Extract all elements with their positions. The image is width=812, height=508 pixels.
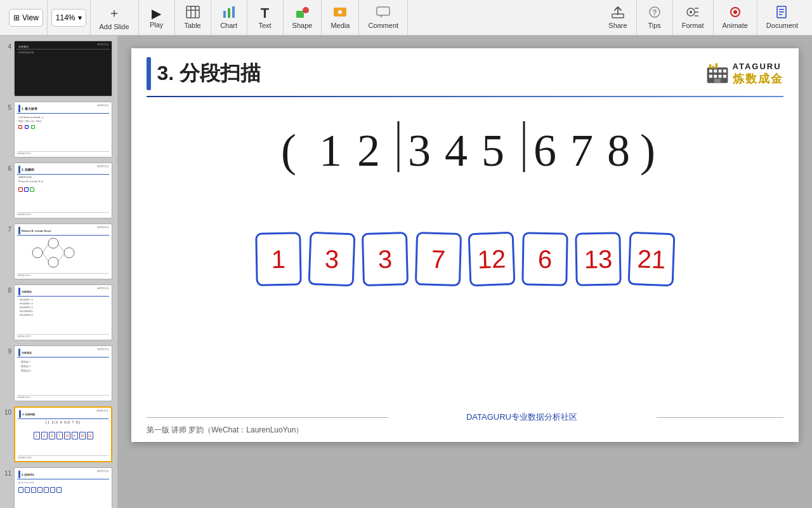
- slide-item-10[interactable]: 10 ■炼数成金 3. 分段扫描 (1 2|3 4 5|6 7 8) 1 3: [0, 404, 117, 465]
- chart-label: Chart: [220, 22, 237, 29]
- slide6-divider: [17, 174, 109, 175]
- media-button[interactable]: Media: [325, 3, 355, 32]
- box-13: 13: [575, 232, 621, 286]
- slide-thumb-5[interactable]: ■炼数成金 1. 暴力枚举 1,2,8 Items, {c,d,head,...…: [14, 102, 112, 157]
- add-slide-group: ＋ Add Slide: [91, 0, 139, 35]
- slide11-divider: [17, 479, 109, 479]
- svg-line-31: [43, 244, 48, 253]
- main-area: 4 分析算法 代码内容区域... ■炼数成金 5 ■炼数成金: [0, 36, 812, 508]
- box-3a: 3: [308, 232, 355, 286]
- slide-thumb-11[interactable]: ■炼数成金 4. 总结对比 (z | y v r | c s t) □ □ □ …: [14, 467, 112, 508]
- play-button[interactable]: ▶ Play: [143, 3, 171, 32]
- slide-num-8: 8: [1, 284, 11, 294]
- slide-item-9[interactable]: 9 ■炼数成金 分析优化 · 优化点一 · 优化点二 · 优化点三 DATAGU…: [0, 343, 117, 404]
- slide-item-7[interactable]: 7 ■炼数成金 Reduce B, c,head, Score: [0, 221, 117, 282]
- animate-button[interactable]: Animate: [717, 3, 753, 32]
- svg-rect-7: [296, 11, 304, 18]
- slide7-divider: [17, 235, 109, 236]
- slide-title: 3. 分段扫描: [157, 60, 261, 88]
- comment-button[interactable]: Comment: [363, 3, 403, 32]
- slide-thumb-7[interactable]: ■炼数成金 Reduce B, c,head, Score: [14, 224, 112, 279]
- format-button[interactable]: Format: [677, 3, 709, 32]
- document-icon: [775, 6, 789, 20]
- footer-line-left: [147, 417, 388, 418]
- share-icon: [611, 6, 625, 20]
- tips-button[interactable]: ? Tips: [641, 3, 669, 32]
- slide-thumb-6[interactable]: ■炼数成金 2. 前缀和 前缀和算法说明 Reduce B, {c,head},…: [14, 163, 112, 218]
- slide11-logo: ■炼数成金: [98, 469, 109, 472]
- zoom-value: 114%: [56, 13, 75, 22]
- slide-num-5: 5: [1, 102, 11, 111]
- svg-line-34: [58, 254, 64, 261]
- slide-item-8[interactable]: 8 ■炼数成金 分析结论 · 算法说明第一点 · 算法说明第二点 · 算法说明第…: [0, 282, 117, 343]
- toolbar: ⊞ View 114% ▾ ＋ Add Slide ▶ Play Table: [0, 0, 812, 36]
- slide-item-6[interactable]: 6 ■炼数成金 2. 前缀和 前缀和算法说明 Reduce B, {c,head…: [0, 160, 117, 221]
- slide-thumb-8[interactable]: ■炼数成金 分析结论 · 算法说明第一点 · 算法说明第二点 · 算法说明第三点…: [14, 284, 112, 340]
- view-toggle[interactable]: ⊞ View: [9, 9, 43, 27]
- svg-rect-36: [709, 69, 712, 72]
- svg-rect-42: [718, 75, 721, 78]
- svg-rect-44: [714, 79, 721, 83]
- svg-rect-25: [779, 11, 784, 13]
- share-button[interactable]: Share: [603, 3, 632, 32]
- svg-rect-6: [232, 6, 235, 18]
- slide-panel: 4 分析算法 代码内容区域... ■炼数成金 5 ■炼数成金: [0, 36, 117, 508]
- slide10-logo: ■炼数成金: [97, 409, 108, 412]
- svg-rect-38: [718, 69, 721, 72]
- slide5-footer: DATAGURU: [17, 151, 109, 155]
- add-slide-button[interactable]: ＋ Add Slide: [95, 2, 134, 33]
- shape-button[interactable]: Shape: [287, 3, 318, 32]
- document-button[interactable]: Document: [761, 3, 803, 32]
- svg-rect-40: [709, 75, 712, 78]
- svg-text:4: 4: [445, 125, 468, 176]
- zoom-control[interactable]: 114% ▾: [51, 9, 86, 27]
- svg-text:2: 2: [357, 125, 380, 176]
- boxes-area: 1 3 3 7 12 6 13 21: [131, 232, 799, 286]
- add-slide-label: Add Slide: [100, 23, 129, 30]
- slide-num-11: 11: [1, 467, 11, 477]
- slide9-logo: ■炼数成金: [98, 347, 109, 351]
- box-1: 1: [255, 232, 301, 286]
- svg-text:6: 6: [534, 125, 556, 176]
- slide-item-4[interactable]: 4 分析算法 代码内容区域... ■炼数成金: [0, 38, 117, 99]
- sequence-area: ( 1 2 3 4 5 6 7 8 ): [131, 112, 799, 188]
- svg-point-17: [690, 11, 692, 13]
- slide-thumb-9[interactable]: ■炼数成金 分析优化 · 优化点一 · 优化点二 · 优化点三 DATAGURU: [14, 345, 112, 401]
- view-grid-icon: ⊞: [13, 13, 20, 22]
- svg-text:3: 3: [408, 125, 431, 176]
- logo: ATAGURU 炼数成金: [706, 62, 783, 86]
- slide-thumb-10[interactable]: ■炼数成金 3. 分段扫描 (1 2|3 4 5|6 7 8) 1 3 3 7: [14, 406, 112, 462]
- slide-canvas: 3. 分段扫描: [131, 48, 799, 442]
- box-7: 7: [414, 232, 461, 286]
- svg-point-8: [303, 7, 309, 13]
- svg-point-29: [48, 257, 58, 267]
- format-label: Format: [682, 22, 704, 29]
- view-group: ⊞ View: [5, 0, 48, 35]
- text-group: T Text: [247, 0, 284, 35]
- box-12: 12: [468, 232, 515, 286]
- document-label: Document: [766, 22, 798, 29]
- slide9-divider: [17, 357, 109, 358]
- media-label: Media: [331, 22, 350, 29]
- text-button[interactable]: T Text: [251, 3, 279, 32]
- table-icon: [186, 6, 200, 20]
- comment-group: Comment: [359, 0, 408, 35]
- play-group: ▶ Play: [139, 0, 175, 35]
- view-label: View: [22, 13, 39, 22]
- svg-text:?: ?: [652, 8, 657, 17]
- chart-button[interactable]: Chart: [215, 3, 243, 32]
- slide-thumb-4[interactable]: 分析算法 代码内容区域... ■炼数成金: [14, 41, 112, 97]
- svg-rect-47: [715, 64, 717, 69]
- svg-line-33: [58, 244, 64, 251]
- document-group: Document: [757, 0, 807, 35]
- chart-icon: [222, 6, 236, 20]
- svg-point-22: [733, 10, 737, 14]
- slide-item-5[interactable]: 5 ■炼数成金 1. 暴力枚举 1,2,8 Items, {c,d,head,.…: [0, 99, 117, 160]
- slide6-logo: ■炼数成金: [98, 164, 109, 168]
- shape-group: Shape: [284, 0, 322, 35]
- svg-text:): ): [640, 125, 655, 176]
- table-button[interactable]: Table: [179, 3, 207, 32]
- comment-label: Comment: [368, 22, 398, 29]
- slide-item-11[interactable]: 11 ■炼数成金 4. 总结对比 (z | y v r | c s t) □ □: [0, 465, 117, 508]
- slide-num-4: 4: [1, 41, 11, 50]
